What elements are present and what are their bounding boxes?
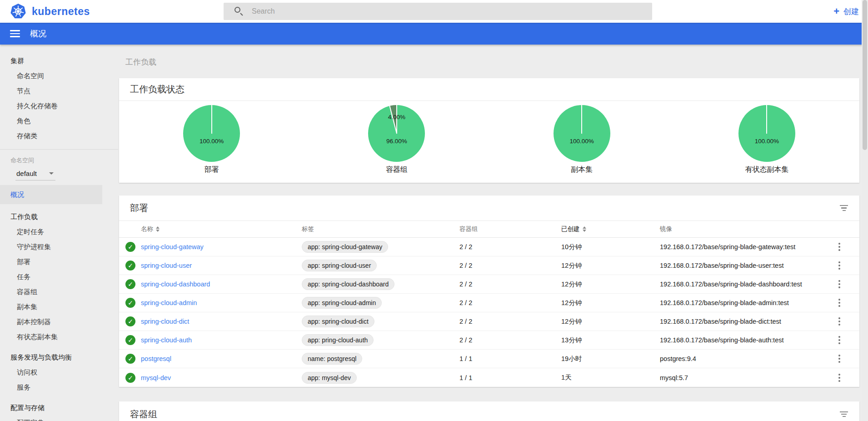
sidebar-item-cron-jobs[interactable]: 定时任务	[0, 225, 118, 240]
sidebar-item-ingresses[interactable]: 访问权	[0, 365, 118, 380]
deployment-name-link[interactable]: spring-cloud-auth	[141, 336, 302, 344]
pods-cell: 1 / 1	[459, 374, 561, 381]
kebab-menu-icon[interactable]	[834, 316, 845, 327]
kebab-menu-icon[interactable]	[834, 353, 845, 365]
scrollbar-thumb[interactable]	[863, 0, 867, 150]
main-content: 工作负载 工作负载状态 100.00% 部署 4.00% 96.00%	[119, 45, 859, 421]
deployment-name-link[interactable]: spring-cloud-admin	[141, 299, 302, 306]
deployments-card: 部署 名称 标签 容器组 已创建 镜像	[119, 195, 859, 387]
scrollbar-track[interactable]	[862, 0, 868, 421]
brand: kubernetes	[10, 3, 90, 20]
appbar-title: 概况	[30, 28, 46, 39]
table-row: ✓ spring-cloud-admin app: spring-cloud-a…	[119, 294, 859, 312]
table-row: ✓ spring-cloud-dashboard app: spring-clo…	[119, 275, 859, 294]
deployment-name-link[interactable]: postgresql	[141, 355, 302, 362]
sidebar-item-overview[interactable]: 概况	[0, 185, 102, 204]
image-cell: 192.168.0.172/base/spring-blade-dashboar…	[660, 281, 834, 288]
workload-status-title: 工作负载状态	[130, 83, 185, 95]
sidebar-item-persistent-volumes[interactable]: 持久化存储卷	[0, 99, 118, 114]
sidebar-header-config-storage: 配置与存储	[0, 401, 118, 416]
pods-cell: 2 / 2	[459, 281, 561, 288]
pie-replica-sets-percent: 100.00%	[554, 138, 610, 145]
deployment-name-link[interactable]: spring-cloud-dict	[141, 318, 302, 325]
kebab-menu-icon[interactable]	[834, 334, 845, 346]
deployment-name-link[interactable]: mysql-dev	[141, 374, 302, 381]
pie-chart-replica-sets: 100.00% 副本集	[489, 105, 674, 175]
search-bar[interactable]	[224, 3, 652, 20]
app-bar: 概况	[0, 23, 868, 45]
created-cell: 12分钟	[561, 261, 660, 270]
workload-status-card: 工作负载状态 100.00% 部署 4.00% 96.00% 容器组	[119, 78, 859, 183]
label-chip: name: postgresql	[302, 353, 362, 365]
kebab-menu-icon[interactable]	[834, 297, 845, 309]
sidebar-item-stateful-sets[interactable]: 有状态副本集	[0, 330, 118, 345]
sidebar-item-storage-classes[interactable]: 存储类	[0, 129, 118, 144]
sidebar-item-daemon-sets[interactable]: 守护进程集	[0, 240, 118, 255]
chevron-down-icon	[49, 172, 54, 175]
created-cell: 10分钟	[561, 243, 660, 251]
created-cell: 19小时	[561, 355, 660, 363]
sidebar-item-roles[interactable]: 角色	[0, 114, 118, 129]
label-chip: app: spring-cloud-user	[302, 260, 377, 271]
table-row: ✓ spring-cloud-auth app: pring-cloud-aut…	[119, 331, 859, 350]
pie-pods-percent: 96.00%	[368, 138, 425, 145]
column-header-name[interactable]: 名称	[141, 225, 302, 233]
check-circle-icon: ✓	[125, 373, 135, 383]
check-circle-icon: ✓	[125, 242, 135, 252]
workload-status-charts: 100.00% 部署 4.00% 96.00% 容器组 100.00% 副本	[119, 101, 859, 175]
created-cell: 12分钟	[561, 280, 660, 289]
search-input[interactable]	[252, 7, 615, 15]
sidebar-item-replica-sets[interactable]: 副本集	[0, 300, 118, 315]
sidebar-item-deployments[interactable]: 部署	[0, 255, 118, 270]
table-row: ✓ spring-cloud-user app: spring-cloud-us…	[119, 256, 859, 275]
deployment-name-link[interactable]: spring-cloud-dashboard	[141, 281, 302, 288]
brand-title: kubernetes	[32, 5, 90, 18]
sidebar-header-workloads: 工作负载	[0, 210, 118, 225]
column-header-images: 镜像	[660, 225, 834, 233]
sidebar-item-jobs[interactable]: 任务	[0, 270, 118, 285]
sidebar: 集群 命名空间 节点 持久化存储卷 角色 存储类 命名空间 default 概况…	[0, 45, 118, 421]
column-header-created[interactable]: 已创建	[561, 225, 660, 233]
kebab-menu-icon[interactable]	[834, 372, 845, 384]
sidebar-item-services[interactable]: 服务	[0, 380, 118, 395]
pods-cell: 2 / 2	[459, 336, 561, 344]
sidebar-item-overview-label: 概况	[10, 190, 24, 199]
create-button[interactable]: + 创建	[833, 0, 859, 23]
plus-icon: +	[833, 6, 839, 16]
created-cell: 12分钟	[561, 299, 660, 307]
pods-cell: 2 / 2	[459, 299, 561, 306]
label-chip: app: spring-cloud-dict	[302, 316, 374, 327]
namespace-picker-label: 命名空间	[0, 155, 118, 166]
pie-stateful-sets: 100.00%	[738, 105, 795, 162]
kebab-menu-icon[interactable]	[834, 241, 845, 253]
sidebar-item-pods[interactable]: 容器组	[0, 285, 118, 300]
filter-list-icon[interactable]	[839, 411, 848, 418]
table-row: ✓ mysql-dev app: mysql-dev 1 / 1 1天 mysq…	[119, 368, 859, 387]
pods-card: 容器组	[119, 401, 859, 421]
column-header-pods: 容器组	[459, 225, 561, 233]
image-cell: 192.168.0.172/base/spring-blade-auth:tes…	[660, 336, 834, 344]
deployment-name-link[interactable]: spring-cloud-user	[141, 262, 302, 269]
kebab-menu-icon[interactable]	[834, 278, 845, 290]
top-bar: kubernetes + 创建	[0, 0, 868, 23]
table-row: ✓ postgresql name: postgresql 1 / 1 19小时…	[119, 350, 859, 368]
image-cell: 192.168.0.172/base/spring-blade-dict:tes…	[660, 318, 834, 325]
pie-stateful-sets-caption: 有状态副本集	[745, 165, 788, 175]
pods-cell: 1 / 1	[459, 355, 561, 362]
table-row: ✓ spring-cloud-dict app: spring-cloud-di…	[119, 312, 859, 331]
page-title: 工作负载	[119, 57, 859, 67]
image-cell: 192.168.0.172/base/spring-blade-user:tes…	[660, 262, 834, 269]
namespace-select[interactable]: default	[15, 168, 55, 180]
hamburger-icon[interactable]	[10, 28, 20, 39]
sidebar-item-nodes[interactable]: 节点	[0, 84, 118, 99]
created-cell: 1天	[561, 373, 660, 382]
pods-cell: 2 / 2	[459, 243, 561, 251]
sidebar-divider	[0, 149, 118, 150]
filter-list-icon[interactable]	[839, 205, 848, 212]
sidebar-item-replication-controllers[interactable]: 副本控制器	[0, 315, 118, 330]
sidebar-item-config-maps[interactable]: 配置字典	[0, 416, 118, 421]
sidebar-item-namespaces[interactable]: 命名空间	[0, 69, 118, 84]
kebab-menu-icon[interactable]	[834, 260, 845, 271]
deployment-name-link[interactable]: spring-cloud-gateway	[141, 243, 302, 251]
pods-cell: 2 / 2	[459, 318, 561, 325]
